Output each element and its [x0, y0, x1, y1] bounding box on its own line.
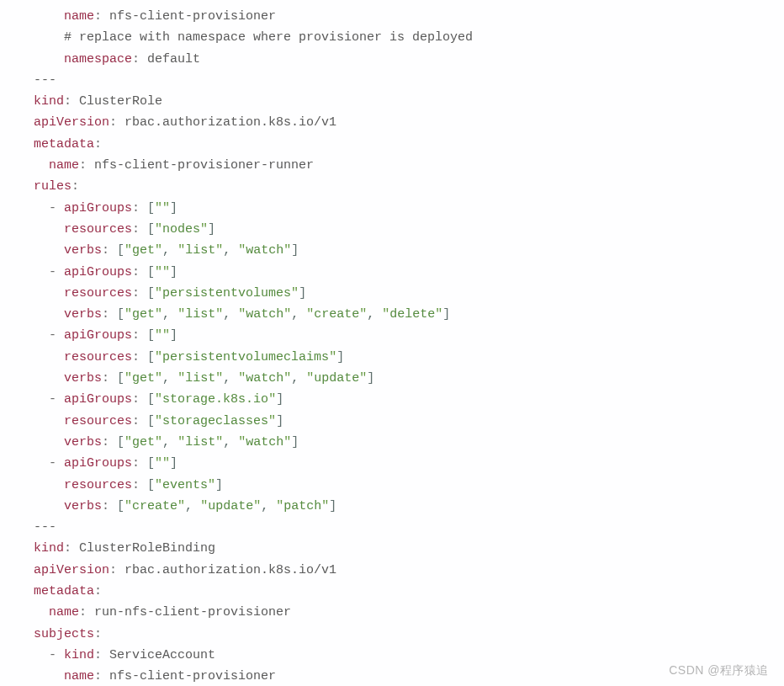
token-b: ] — [291, 435, 299, 449]
token-s: watch — [246, 243, 283, 258]
token-sep: --- — [34, 520, 56, 534]
token-q: " — [329, 350, 336, 364]
token-b: [ — [147, 222, 155, 237]
token-col: : — [94, 627, 102, 641]
token-s: persistentvolumes — [162, 286, 291, 300]
token-b: [ — [147, 265, 155, 279]
token-pl: nfs-client-provisioner — [109, 669, 276, 683]
token-dash: - — [49, 201, 64, 215]
token-q: " — [382, 307, 389, 322]
token-s: watch — [246, 371, 283, 386]
token-key: apiGroups — [64, 265, 132, 279]
token-b: ] — [336, 350, 344, 364]
token-s: list — [185, 307, 215, 322]
token-pl: nfs-client-provisioner — [109, 9, 276, 24]
token-dash: - — [49, 265, 64, 279]
token-key: namespace — [64, 52, 132, 66]
token-s: list — [185, 371, 215, 386]
token-b: [ — [147, 328, 155, 343]
watermark: CSDN @程序猿追 — [669, 660, 769, 681]
code-line: - apiGroups: ["storage.k8s.io"] — [34, 389, 784, 410]
code-line: - apiGroups: [""] — [34, 198, 784, 219]
token-col: : — [132, 456, 147, 471]
code-line: namespace: default — [34, 49, 784, 70]
token-col: : — [132, 350, 147, 364]
token-q: " — [359, 307, 367, 322]
token-q: " — [215, 371, 223, 386]
token-s: create — [314, 307, 359, 322]
token-col: : — [94, 648, 109, 662]
token-key: resources — [64, 478, 132, 492]
token-b: ] — [442, 307, 450, 322]
token-s: watch — [246, 435, 283, 449]
code-line: resources: ["storageclasses"] — [34, 411, 784, 432]
token-q: " — [155, 435, 162, 449]
token-s: list — [185, 435, 215, 449]
token-dash: - — [49, 328, 64, 343]
token-key: resources — [64, 286, 132, 300]
token-s: list — [185, 243, 215, 258]
token-sep: --- — [34, 73, 56, 88]
token-q: " — [155, 371, 162, 386]
token-col: : — [102, 243, 117, 258]
token-b: ] — [170, 456, 177, 471]
token-q: " — [283, 435, 291, 449]
token-s: get — [132, 435, 155, 449]
code-line: rules: — [34, 176, 784, 197]
token-b: ] — [367, 371, 374, 386]
token-q: " — [177, 371, 185, 386]
code-line: apiVersion: rbac.authorization.k8s.io/v1 — [34, 560, 784, 581]
code-line: subjects: — [34, 624, 784, 645]
token-b: , — [162, 243, 177, 258]
code-line: verbs: ["get", "list", "watch"] — [34, 240, 784, 261]
token-col: : — [94, 669, 109, 683]
token-s: events — [162, 478, 208, 492]
token-q: " — [291, 286, 299, 300]
token-q: " — [200, 499, 208, 513]
code-line: - apiGroups: [""] — [34, 453, 784, 474]
token-key: apiGroups — [64, 328, 132, 343]
token-q: " — [306, 307, 314, 322]
token-s: storage.k8s.io — [162, 392, 268, 407]
token-b: ] — [215, 478, 223, 492]
token-s: get — [132, 371, 155, 386]
code-line: kind: ClusterRoleBinding — [34, 538, 784, 559]
token-s: create — [132, 499, 177, 513]
code-line: resources: ["nodes"] — [34, 219, 784, 240]
token-b: ] — [170, 265, 177, 279]
token-b: [ — [147, 201, 155, 215]
token-key: apiGroups — [64, 201, 132, 215]
token-q: " — [177, 499, 185, 513]
token-key: resources — [64, 414, 132, 428]
token-b: [ — [147, 414, 155, 428]
token-s: get — [132, 307, 155, 322]
token-s: update — [314, 371, 359, 386]
code-line: --- — [34, 70, 784, 91]
token-q: " — [155, 328, 162, 343]
token-q: " — [124, 499, 132, 513]
token-q: " — [124, 307, 132, 322]
token-s: watch — [246, 307, 283, 322]
token-key: rules — [34, 179, 72, 194]
token-b: [ — [117, 435, 124, 449]
token-b: ] — [276, 392, 283, 407]
token-q: " — [276, 499, 283, 513]
code-line: kind: ClusterRole — [34, 91, 784, 112]
token-q: " — [155, 307, 162, 322]
token-q: " — [162, 328, 170, 343]
token-b: , — [223, 435, 238, 449]
code-line: # replace with namespace where provision… — [34, 27, 784, 48]
token-pl: rbac.authorization.k8s.io/v1 — [124, 563, 336, 577]
token-q: " — [359, 371, 367, 386]
token-b: , — [261, 499, 276, 513]
code-line: - apiGroups: [""] — [34, 325, 784, 346]
token-key: metadata — [34, 584, 94, 598]
token-key: metadata — [34, 137, 94, 152]
token-q: " — [268, 392, 276, 407]
token-b: [ — [147, 478, 155, 492]
token-q: " — [268, 414, 276, 428]
token-b: , — [185, 499, 200, 513]
token-s: delete — [389, 307, 435, 322]
token-col: : — [102, 499, 117, 513]
token-s: nodes — [162, 222, 200, 237]
